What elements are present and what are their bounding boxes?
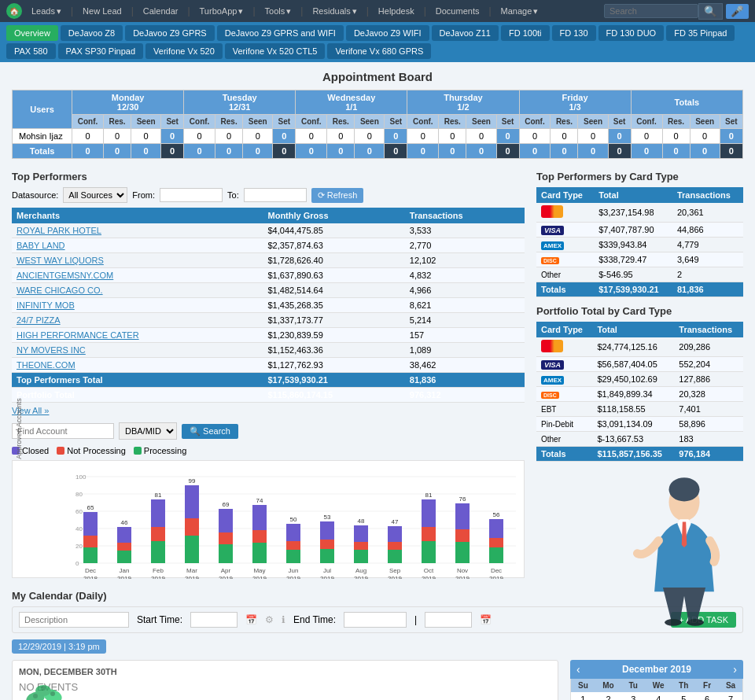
transactions: 5,214 (405, 313, 525, 328)
calendar-day[interactable]: 3 (621, 692, 645, 700)
card-trans-cell: 4,779 (672, 238, 743, 252)
portfolio-card-type-cell (536, 337, 592, 357)
portfolio-card-trans-header: Transactions (674, 322, 743, 337)
home-button[interactable]: 🏠 (6, 3, 22, 19)
account-search-button[interactable]: 🔍 Search (182, 424, 238, 439)
calendar-day[interactable]: 1 (571, 692, 595, 700)
tab-fd100ti[interactable]: FD 100ti (501, 25, 550, 41)
card-total-value: $17,539,930.21 (594, 282, 672, 297)
tab-vx520-ctl5[interactable]: Verifone Vx 520 CTL5 (225, 43, 326, 59)
nav-residuals[interactable]: Residuals ▾ (308, 6, 361, 17)
card-trans-cell: 2 (672, 267, 743, 282)
tab-vx680-gprs[interactable]: Verifone Vx 680 GPRS (327, 43, 431, 59)
col-conf-1: Conf. (72, 115, 104, 129)
nav-calendar[interactable]: Calendar (138, 6, 183, 16)
portfolio-total-cell: $29,450,102.69 (592, 372, 674, 387)
tab-dejavoo-z9-gprs[interactable]: DeJavoo Z9 GPRS (125, 25, 215, 41)
svg-point-15 (41, 686, 46, 691)
monthly-gross: $1,337,173.77 (263, 313, 405, 328)
monthly-gross: $1,728,626.40 (263, 253, 405, 268)
end-date-input[interactable]: 12/30/2019 (344, 612, 407, 628)
card-total-cell: $7,407,787.90 (594, 223, 672, 238)
table-row: HIGH PERFORMANCE CATER$1,230,839.59157 (12, 328, 525, 343)
card-total-trans: 81,836 (672, 282, 743, 297)
merchant-name[interactable]: WEST WAY LIQUORS (12, 253, 263, 268)
calendar-day[interactable]: 2 (595, 692, 622, 700)
merchant-name[interactable]: ANCIENTGEMSNY.COM (12, 268, 263, 283)
top-performers-total-label: Top Performers Total (12, 373, 263, 388)
from-date-input[interactable]: 12/01/2019 (160, 188, 223, 202)
mini-cal-table: SuMoTuWeThFrSa12345678910111213141516171… (571, 679, 742, 700)
day-header: Sa (719, 679, 742, 692)
merchant-name[interactable]: WARE CHICAGO CO. (12, 283, 263, 298)
search-input[interactable] (604, 4, 698, 18)
mic-button[interactable]: 🎤 (726, 4, 749, 19)
prev-month-button[interactable]: ‹ (576, 663, 580, 676)
tab-overview[interactable]: Overview (6, 25, 58, 41)
info-icon[interactable]: ℹ (282, 614, 285, 625)
merchant-name[interactable]: NY MOVERS INC (12, 343, 263, 358)
card-totals-row: Totals $17,539,930.21 81,836 (536, 282, 743, 297)
merchant-name[interactable]: 24/7 PIZZA (12, 313, 263, 328)
top-performers-total-gross: $17,539,930.21 (263, 373, 405, 388)
list-item: EBT$118,158.557,401 (536, 402, 743, 417)
table-row: INFINITY MOB$1,435,268.358,621 (12, 298, 525, 313)
tab-fd35-pinpad[interactable]: FD 35 Pinpad (666, 25, 735, 41)
calendar-day[interactable]: 4 (645, 692, 672, 700)
tab-pax-sp30[interactable]: PAX SP30 Pinpad (58, 43, 143, 59)
to-date-input[interactable]: 12/29/2019 (244, 188, 307, 202)
tab-dejavoo-z9-gprs-wifi[interactable]: DeJavoo Z9 GPRS and WIFI (217, 25, 344, 41)
nav-turboapp[interactable]: TurboApp ▾ (195, 6, 249, 17)
merchant-name[interactable]: THEONE.COM (12, 358, 263, 373)
merchant-name[interactable]: INFINITY MOB (12, 298, 263, 313)
portfolio-total-cell: $-13,667.53 (592, 432, 674, 447)
nav-leads[interactable]: Leads ▾ (27, 6, 66, 17)
description-input[interactable] (19, 612, 129, 628)
nav-manage[interactable]: Manage ▾ (496, 6, 543, 17)
tab-pax580[interactable]: PAX 580 (6, 43, 56, 59)
list-item: VISA$56,587,404.05552,204 (536, 357, 743, 372)
list-item: Other$-13,667.53183 (536, 432, 743, 447)
nav-documents[interactable]: Documents (431, 6, 484, 16)
nav-tools[interactable]: Tools ▾ (260, 6, 296, 17)
merchant-name[interactable]: HIGH PERFORMANCE CATER (12, 328, 263, 343)
no-events-label: NO EVENTS (19, 681, 551, 693)
card-type-header: Card Type (536, 187, 594, 203)
tab-fd130-duo[interactable]: FD 130 DUO (598, 25, 665, 41)
search-button[interactable]: 🔍 (698, 3, 723, 20)
appt-users-header: Users (13, 90, 72, 129)
nav-new-lead[interactable]: New Lead (78, 6, 127, 16)
settings-icon[interactable]: ⚙ (265, 614, 274, 625)
merchant-name[interactable]: ROYAL PARK HOTEL (12, 223, 263, 238)
top-performers-by-card-title: Top Performers by Card Type (536, 171, 743, 182)
calendar-day[interactable]: 5 (672, 692, 695, 700)
tab-fd130[interactable]: FD 130 (552, 25, 596, 41)
table-row: WEST WAY LIQUORS$1,728,626.4012,102 (12, 253, 525, 268)
refresh-button[interactable]: ⟳ Refresh (311, 188, 364, 203)
find-account-input[interactable] (12, 423, 114, 439)
card-total-cell: $3,237,154.98 (594, 203, 672, 223)
card-type-cell: AMEX (536, 238, 594, 252)
top-performers-card-table: Card Type Total Transactions $3,237,154.… (536, 187, 743, 297)
appt-friday-header: Friday1/3 (519, 90, 631, 115)
start-time-input[interactable]: Now (190, 612, 238, 628)
datasource-select[interactable]: All Sources (63, 187, 127, 203)
transactions: 8,621 (405, 298, 525, 313)
calendar-day[interactable]: 6 (695, 692, 719, 700)
tab-dejavoo-z11[interactable]: DeJavoo Z11 (432, 25, 499, 41)
dba-mid-select[interactable]: DBA/MID (119, 422, 177, 440)
next-month-button[interactable]: › (733, 663, 737, 676)
nav-helpdesk[interactable]: Helpdesk (374, 6, 419, 16)
portfolio-card-total-header: Total (592, 322, 674, 337)
calendar-day[interactable]: 7 (719, 692, 742, 700)
day-header: Tu (621, 679, 645, 692)
end-time-calendar-icon[interactable]: 📅 (480, 614, 492, 625)
merchant-name[interactable]: BABY LAND (12, 238, 263, 253)
start-time-calendar-icon[interactable]: 📅 (245, 614, 257, 625)
transactions: 3,533 (405, 223, 525, 238)
table-row: ROYAL PARK HOTEL$4,044,475.853,533 (12, 223, 525, 238)
tab-dejavoo-z8[interactable]: DeJavoo Z8 (61, 25, 123, 41)
tab-vx520[interactable]: Verifone Vx 520 (145, 43, 223, 59)
end-time-picker[interactable]: 3:24 pm (425, 612, 472, 628)
tab-dejavoo-z9-wifi[interactable]: DeJavoo Z9 WIFI (346, 25, 429, 41)
